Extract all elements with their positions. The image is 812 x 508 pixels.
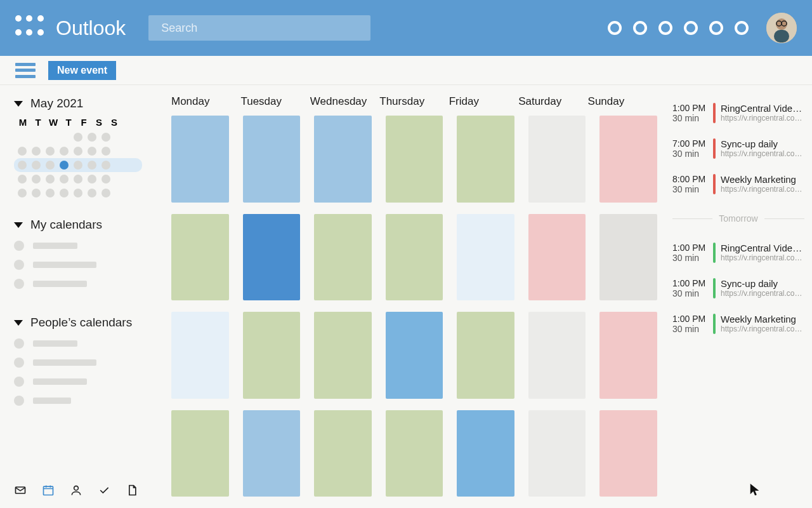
header-action-icon[interactable] (735, 21, 749, 35)
people-icon[interactable] (70, 482, 82, 498)
peoples-calendars-label: People’s calendars (30, 316, 132, 330)
mini-calendar-dow: T (63, 117, 74, 128)
agenda-divider-label: Tomorrow (719, 213, 757, 224)
agenda-item[interactable]: 1:00 PM30 minWeekly Marketinghttps://v.r… (672, 314, 804, 334)
mini-calendar[interactable]: MTWTFSS (14, 117, 138, 200)
mini-calendar-row[interactable] (18, 172, 138, 186)
chevron-down-icon (14, 101, 23, 107)
calendar-cell[interactable] (599, 214, 657, 301)
calendar-cell[interactable] (528, 116, 586, 203)
calendar-cell[interactable] (528, 214, 586, 301)
agenda-color-bar (713, 278, 716, 298)
calendar-icon[interactable] (42, 482, 55, 498)
agenda-item[interactable]: 7:00 PM30 minSync-up dailyhttps://v.ring… (672, 138, 804, 159)
agenda-color-bar (713, 103, 716, 123)
agenda-link: https://v.ringcentral.com/jo… (721, 324, 804, 333)
calendar-day-header: Thursday (379, 95, 449, 108)
calendar-cell[interactable] (457, 116, 514, 203)
calendar-cell[interactable] (457, 214, 514, 301)
agenda-item[interactable]: 1:00 PM30 minRingCentral Video…https://v… (672, 243, 804, 263)
mini-calendar-dow: S (94, 117, 104, 128)
calendar-item[interactable] (14, 377, 138, 387)
calendar-item[interactable] (14, 260, 138, 270)
mini-calendar-row[interactable] (18, 130, 138, 144)
calendar-grid[interactable] (152, 116, 657, 508)
calendar-cell[interactable] (243, 116, 301, 203)
search-input[interactable] (161, 22, 358, 35)
todo-icon[interactable] (98, 482, 110, 498)
calendar-day-header: Friday (449, 95, 518, 108)
agenda-color-bar (713, 314, 716, 334)
mini-calendar-dow: T (33, 117, 43, 128)
mail-icon[interactable] (14, 482, 27, 498)
calendar-cell[interactable] (599, 116, 657, 203)
header-actions (608, 21, 749, 35)
calendar-item[interactable] (14, 241, 138, 251)
agenda-time: 8:00 PM30 min (672, 174, 708, 194)
calendar-item[interactable] (14, 396, 138, 406)
calendar-cell[interactable] (599, 312, 657, 399)
calendar-cell[interactable] (386, 116, 443, 203)
calendar-cell[interactable] (386, 410, 443, 497)
calendar-grid-wrap: MondayTuesdayWednesdayThursdayFridaySatu… (152, 85, 665, 508)
mini-calendar-row-current[interactable] (14, 158, 142, 172)
menu-icon[interactable] (15, 63, 36, 78)
agenda-link: https://v.ringcentral.com/jo… (721, 289, 804, 298)
calendar-cell[interactable] (314, 312, 372, 399)
calendar-cell[interactable] (528, 410, 586, 497)
search-box[interactable] (148, 15, 370, 41)
agenda-title: Weekly Marketing (721, 174, 804, 185)
calendar-cell[interactable] (171, 410, 229, 497)
agenda-item[interactable]: 1:00 PM30 minSync-up dailyhttps://v.ring… (672, 278, 804, 298)
header-action-icon[interactable] (633, 21, 647, 35)
peoples-calendars-toggle[interactable]: People’s calendars (14, 316, 138, 330)
calendar-item[interactable] (14, 279, 138, 289)
calendar-day-header: Wednesday (310, 95, 379, 108)
calendar-cell[interactable] (243, 214, 301, 301)
calendar-cell[interactable] (171, 116, 229, 203)
calendar-cell[interactable] (599, 410, 657, 497)
month-label: May 2021 (30, 97, 83, 110)
calendar-cell[interactable] (314, 410, 372, 497)
calendar-day-header: Monday (171, 95, 240, 108)
agenda-item[interactable]: 8:00 PM30 minWeekly Marketinghttps://v.r… (672, 174, 804, 194)
mini-calendar-dow-row: MTWTFSS (18, 117, 138, 128)
agenda-time: 1:00 PM30 min (672, 278, 708, 298)
header-action-icon[interactable] (608, 21, 622, 35)
app-launcher-icon[interactable] (15, 15, 46, 41)
calendar-item[interactable] (14, 358, 138, 368)
calendar-cell[interactable] (528, 312, 586, 399)
cursor-icon (749, 483, 763, 497)
calendar-cell[interactable] (457, 312, 514, 399)
calendar-cell[interactable] (386, 312, 443, 399)
mini-calendar-today[interactable] (60, 161, 69, 170)
agenda-item[interactable]: 1:00 PM30 minRingCentral Video…https://v… (672, 103, 804, 123)
user-avatar[interactable] (766, 13, 797, 43)
calendar-item[interactable] (14, 338, 138, 349)
calendar-day-header: Saturday (518, 95, 587, 108)
month-toggle[interactable]: May 2021 (14, 97, 138, 110)
header-action-icon[interactable] (709, 21, 723, 35)
header-action-icon[interactable] (684, 21, 698, 35)
calendar-cell[interactable] (243, 410, 301, 497)
app-title: Outlook (56, 17, 126, 40)
calendar-cell[interactable] (386, 214, 443, 301)
my-calendars-section: My calendars (14, 218, 138, 298)
agenda-time: 7:00 PM30 min (672, 138, 708, 159)
header-action-icon[interactable] (658, 21, 672, 35)
calendar-cell[interactable] (314, 214, 372, 301)
calendar-cell[interactable] (314, 116, 372, 203)
agenda-content: Sync-up dailyhttps://v.ringcentral.com/j… (721, 278, 804, 298)
mini-calendar-row[interactable] (18, 144, 138, 158)
new-event-button[interactable]: New event (48, 61, 116, 80)
agenda-title: Sync-up daily (721, 278, 804, 289)
files-icon[interactable] (126, 482, 138, 498)
agenda-color-bar (713, 243, 716, 263)
mini-calendar-row[interactable] (18, 186, 138, 200)
calendar-cell[interactable] (171, 312, 229, 399)
calendar-cell[interactable] (243, 312, 301, 399)
my-calendars-toggle[interactable]: My calendars (14, 218, 138, 232)
calendar-cell[interactable] (171, 214, 229, 301)
agenda-content: Weekly Marketinghttps://v.ringcentral.co… (721, 174, 804, 194)
calendar-cell[interactable] (457, 410, 514, 497)
